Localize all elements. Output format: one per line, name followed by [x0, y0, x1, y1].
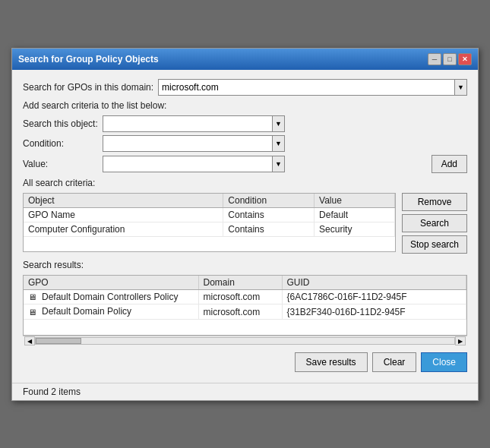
results-col-domain: Domain	[198, 276, 282, 290]
criteria-col-value: Value	[315, 194, 395, 208]
result-row[interactable]: Default Domain Controllers Policy micros…	[24, 289, 466, 304]
value-input-wrap: ▼	[103, 156, 285, 172]
close-button[interactable]: Close	[421, 352, 467, 372]
criteria-side-buttons: Remove Search Stop search	[402, 193, 467, 254]
result-guid-cell: {31B2F340-016D-11D2-945F	[282, 304, 466, 320]
stop-search-button[interactable]: Stop search	[402, 235, 467, 254]
condition-row: Condition: ▼	[23, 135, 467, 152]
condition-dropdown[interactable]: ▼	[273, 135, 285, 152]
criteria-value-cell: Default	[315, 207, 395, 222]
criteria-table: Object Condition Value GPO Name Contains…	[24, 194, 395, 237]
result-domain-cell: microsoft.com	[198, 304, 282, 320]
criteria-value-cell: Security	[315, 222, 395, 236]
title-bar-buttons: ─ □ ✕	[428, 53, 472, 65]
criteria-condition-cell: Contains	[223, 207, 315, 222]
search-criteria-section: All search criteria: Object Condition Va…	[23, 178, 467, 254]
window-title: Search for Group Policy Objects	[18, 54, 159, 65]
scrollbar-thumb[interactable]	[36, 338, 81, 344]
domain-input-wrap: ▼	[158, 79, 467, 96]
all-criteria-label: All search criteria:	[23, 178, 467, 188]
search-object-input[interactable]	[103, 115, 273, 132]
criteria-object-cell: Computer Configuration	[24, 222, 223, 236]
result-gpo-cell: Default Domain Controllers Policy	[24, 289, 198, 304]
criteria-col-object: Object	[24, 194, 223, 208]
condition-input[interactable]	[103, 135, 273, 152]
clear-button[interactable]: Clear	[372, 352, 417, 372]
value-row: Value: ▼ Add	[23, 155, 467, 173]
domain-input[interactable]	[158, 79, 455, 96]
maximize-button[interactable]: □	[443, 53, 457, 65]
search-object-dropdown[interactable]: ▼	[273, 115, 285, 132]
title-bar: Search for Group Policy Objects ─ □ ✕	[12, 49, 478, 70]
result-row[interactable]: Default Domain Policy microsoft.com {31B…	[24, 304, 466, 320]
search-object-input-wrap: ▼	[103, 115, 285, 132]
condition-input-wrap: ▼	[103, 135, 285, 152]
remove-button[interactable]: Remove	[402, 193, 467, 211]
search-object-row: Search this object: ▼	[23, 115, 467, 132]
criteria-object-cell: GPO Name	[24, 207, 223, 222]
close-window-button[interactable]: ✕	[458, 53, 472, 65]
add-button[interactable]: Add	[432, 155, 467, 173]
scrollbar-track[interactable]	[35, 337, 455, 345]
gpo-icon	[28, 307, 39, 317]
result-guid-cell: {6AC1786C-016F-11D2-945F	[282, 289, 466, 304]
value-label: Value:	[23, 159, 103, 169]
results-section: Search results: GPO Domain GUID Default	[23, 260, 467, 346]
bottom-buttons: Save results Clear Close	[23, 352, 467, 374]
gpo-icon	[28, 292, 39, 302]
status-bar: Found 2 items	[12, 383, 478, 400]
value-dropdown[interactable]: ▼	[273, 156, 285, 172]
domain-row: Search for GPOs in this domain: ▼	[23, 79, 467, 96]
search-button[interactable]: Search	[402, 214, 467, 232]
results-table: GPO Domain GUID Default Domain Controlle…	[24, 276, 466, 320]
horizontal-scrollbar[interactable]: ◀ ▶	[23, 336, 467, 346]
criteria-table-wrap: Object Condition Value GPO Name Contains…	[23, 193, 396, 252]
criteria-table-container: Object Condition Value GPO Name Contains…	[23, 193, 396, 252]
results-table-container: GPO Domain GUID Default Domain Controlle…	[23, 275, 467, 336]
domain-dropdown-button[interactable]: ▼	[455, 79, 467, 96]
table-row[interactable]: GPO Name Contains Default	[24, 207, 394, 222]
criteria-condition-cell: Contains	[223, 222, 315, 236]
minimize-button[interactable]: ─	[428, 53, 441, 65]
result-gpo-cell: Default Domain Policy	[24, 304, 198, 320]
status-text: Found 2 items	[23, 386, 81, 397]
condition-label: Condition:	[23, 138, 103, 149]
scroll-right-button[interactable]: ▶	[455, 336, 466, 345]
value-input[interactable]	[103, 156, 273, 172]
results-col-gpo: GPO	[24, 276, 198, 290]
save-results-button[interactable]: Save results	[295, 352, 368, 372]
criteria-area: Object Condition Value GPO Name Contains…	[23, 193, 467, 254]
add-criteria-label: Add search criteria to the list below:	[23, 100, 467, 111]
criteria-col-condition: Condition	[223, 194, 315, 208]
main-window: Search for Group Policy Objects ─ □ ✕ Se…	[11, 48, 479, 401]
search-results-label: Search results:	[23, 260, 467, 270]
dialog-content: Search for GPOs in this domain: ▼ Add se…	[12, 70, 478, 381]
results-col-guid: GUID	[282, 276, 466, 290]
search-object-label: Search this object:	[23, 118, 103, 129]
table-row[interactable]: Computer Configuration Contains Security	[24, 222, 394, 236]
result-domain-cell: microsoft.com	[198, 289, 282, 304]
domain-label: Search for GPOs in this domain:	[23, 82, 153, 93]
scroll-left-button[interactable]: ◀	[24, 336, 35, 345]
